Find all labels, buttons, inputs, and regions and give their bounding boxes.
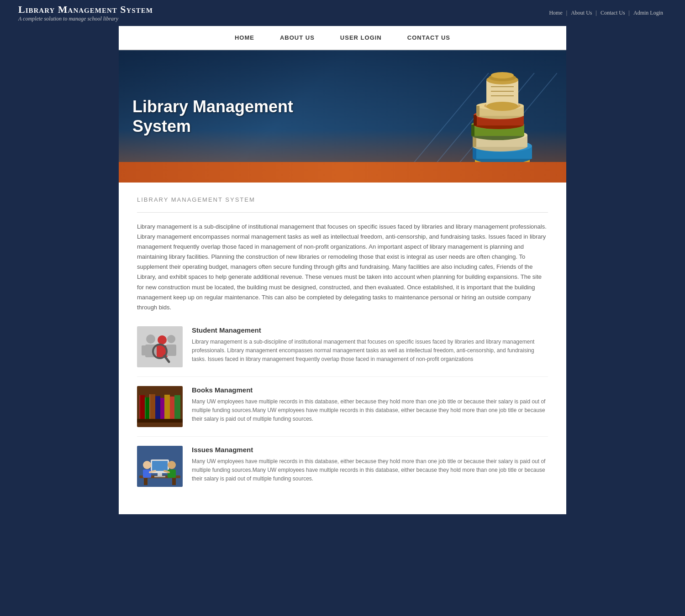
feature-desc-issues: Many UW employees have multiple records … [192, 457, 548, 484]
svg-point-44 [167, 335, 175, 343]
feature-item-issues: Issues Managment Many UW employees have … [137, 446, 548, 496]
brand: Library Management System A complete sol… [18, 4, 153, 22]
svg-rect-23 [474, 115, 477, 125]
issues-management-icon [137, 446, 183, 487]
content-section: LIBRARY MANAGEMENT SYSTEM Library manage… [119, 183, 566, 514]
svg-rect-64 [172, 478, 176, 485]
feature-item-books: Books Managment Many UW employees have m… [137, 386, 548, 437]
top-nav: Home | About Us | Contact Us | Admin Log… [545, 10, 667, 16]
main-description: Library management is a sub-discipline o… [137, 222, 548, 313]
feature-title-books: Books Managment [192, 386, 548, 394]
svg-rect-57 [174, 395, 180, 419]
feature-content-student: Student Management Library management is… [192, 326, 548, 364]
hero-heading: Library Management System [132, 97, 293, 136]
svg-rect-60 [149, 394, 150, 419]
svg-point-31 [486, 102, 518, 111]
student-management-icon [137, 326, 183, 367]
svg-point-38 [146, 334, 155, 344]
svg-rect-63 [144, 478, 148, 485]
nav-item-contact[interactable]: CONTACT US [395, 26, 463, 49]
content-wrapper: HOME ABOUT US USER LOGIN CONTACT US Libr… [119, 26, 566, 514]
svg-rect-40 [142, 345, 146, 355]
hero-banner: Library Management System [119, 50, 566, 183]
nav-item-about[interactable]: ABOUT US [267, 26, 327, 49]
hero-bottom-bar [119, 162, 566, 183]
section-divider [137, 212, 548, 213]
main-nav: HOME ABOUT US USER LOGIN CONTACT US [119, 26, 566, 50]
section-title: LIBRARY MANAGEMENT SYSTEM [137, 196, 548, 203]
svg-rect-27 [476, 106, 480, 116]
site-title: Library Management System [18, 4, 153, 16]
svg-rect-59 [145, 397, 146, 419]
top-nav-home[interactable]: Home [545, 10, 566, 16]
svg-rect-53 [155, 396, 160, 419]
nav-item-home[interactable]: HOME [222, 26, 267, 49]
top-nav-contact[interactable]: Contact Us [597, 10, 629, 16]
svg-rect-54 [160, 398, 164, 419]
svg-rect-49 [137, 419, 183, 423]
svg-rect-45 [166, 345, 176, 356]
nav-item-userlogin[interactable]: USER LOGIN [327, 26, 395, 49]
svg-rect-58 [139, 395, 140, 419]
feature-item-student: Student Management Library management is… [137, 326, 548, 377]
site-subtitle: A complete solution to manage school lib… [18, 16, 153, 22]
hero-text: Library Management System [132, 97, 293, 136]
svg-rect-56 [170, 397, 174, 419]
feature-content-books: Books Managment Many UW employees have m… [192, 386, 548, 424]
svg-point-71 [168, 461, 176, 469]
feature-title-student: Student Management [192, 326, 548, 334]
feature-title-issues: Issues Managment [192, 446, 548, 454]
top-bar: Library Management System A complete sol… [0, 0, 685, 26]
feature-desc-books: Many UW employees have multiple records … [192, 397, 548, 424]
svg-rect-68 [154, 476, 165, 477]
feature-desc-student: Library management is a sub-discipline o… [192, 338, 548, 364]
svg-rect-19 [471, 125, 474, 136]
svg-point-36 [491, 72, 514, 78]
svg-rect-70 [143, 470, 151, 478]
svg-rect-55 [164, 395, 170, 419]
feature-content-issues: Issues Managment Many UW employees have … [192, 446, 548, 484]
books-management-icon [137, 386, 183, 427]
svg-point-69 [143, 461, 151, 469]
svg-rect-66 [152, 461, 168, 471]
top-nav-admin[interactable]: Admin Login [630, 10, 667, 16]
svg-rect-72 [168, 470, 176, 478]
svg-rect-67 [158, 473, 162, 476]
top-nav-about[interactable]: About Us [567, 10, 595, 16]
svg-point-42 [158, 335, 167, 345]
